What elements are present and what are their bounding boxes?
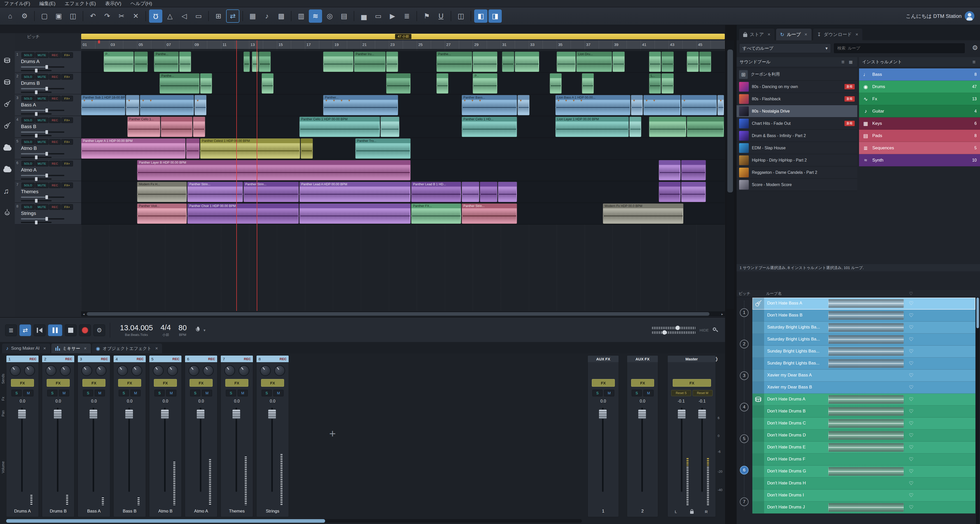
loop-item[interactable]: Don't Hate Drums G♡ bbox=[752, 465, 975, 478]
arranger-lanes[interactable]: 47 小節 0103050709111315171921232527293133… bbox=[81, 33, 725, 317]
send-knob-1[interactable] bbox=[81, 365, 92, 376]
fx-button[interactable]: FX+ bbox=[61, 74, 73, 80]
channel-mute-button[interactable]: M bbox=[238, 390, 248, 397]
fader-handle[interactable] bbox=[18, 410, 26, 419]
channel-strip-header[interactable]: 7REC bbox=[221, 355, 253, 362]
channel-rec-label[interactable]: REC bbox=[208, 357, 215, 361]
audio-clip[interactable]: Panther Cello 1... bbox=[127, 117, 161, 137]
send-knob-1[interactable] bbox=[189, 365, 199, 376]
rec-button[interactable]: REC bbox=[49, 139, 61, 145]
audio-clip[interactable]: ▼ bbox=[718, 95, 724, 115]
channel-mute-button[interactable]: M bbox=[23, 390, 33, 397]
audio-clip[interactable]: ▼▼ bbox=[140, 95, 194, 115]
menu-help[interactable]: ヘルプ(H) bbox=[130, 0, 152, 7]
channel-fx-button[interactable]: FX bbox=[11, 379, 34, 387]
toolbox-button[interactable]: ⊞ bbox=[212, 10, 225, 23]
audio-clip[interactable] bbox=[480, 182, 497, 202]
soundpool-item[interactable]: Chart Hits - Fade Out新着 bbox=[737, 118, 857, 130]
pan-knob[interactable] bbox=[35, 177, 38, 181]
channel-fx-button[interactable]: FX bbox=[225, 379, 248, 387]
favorite-icon[interactable]: ♡ bbox=[909, 480, 913, 486]
close-icon[interactable]: ✕ bbox=[155, 346, 158, 350]
audio-clip[interactable] bbox=[550, 73, 562, 94]
mute-button[interactable]: MUTE bbox=[35, 52, 48, 58]
audio-clip[interactable] bbox=[687, 51, 699, 72]
channel-fx-button[interactable]: FX bbox=[261, 379, 284, 387]
audio-clip[interactable]: Panthe... bbox=[436, 51, 472, 72]
loop-item[interactable]: Don't Hate Drums H♡ bbox=[752, 478, 975, 489]
audio-clip[interactable]: Panther Layer B HDP 00.00 BPM bbox=[137, 160, 410, 180]
audio-clip[interactable]: Panther Strin... bbox=[462, 204, 517, 224]
audio-clip[interactable] bbox=[161, 117, 192, 137]
close-icon[interactable]: ✕ bbox=[804, 32, 808, 37]
favorite-icon[interactable]: ♡ bbox=[909, 396, 913, 402]
channel-mute-button[interactable]: M bbox=[202, 390, 212, 397]
tab-store[interactable]: ストア✕ bbox=[739, 29, 775, 40]
favorite-icon[interactable]: ♡ bbox=[909, 444, 913, 450]
pattern-button[interactable]: ▩ bbox=[275, 10, 288, 23]
audio-clip[interactable]: Panther Choir 1 HDP 00.00 BPM bbox=[187, 204, 299, 224]
track-lane[interactable]: Panthe...P...L... bbox=[81, 73, 725, 94]
loop-item[interactable]: Don't Hate Drums D♡ bbox=[752, 430, 975, 441]
solo-button[interactable]: SOLO bbox=[21, 204, 35, 210]
favorite-icon[interactable]: ♡ bbox=[909, 312, 913, 318]
tab-オブジェクトエフェクト[interactable]: ◉オブジェクトエフェクト✕ bbox=[92, 344, 162, 353]
scroll-right-icon[interactable]: ▸ bbox=[720, 311, 725, 317]
audio-clip[interactable]: ▼▼ bbox=[643, 95, 681, 115]
aux-mute-button[interactable]: M bbox=[604, 390, 614, 397]
favorite-icon[interactable]: ♡ bbox=[909, 468, 913, 474]
timeline-ruler[interactable]: 0103050709111315171921232527293133353739… bbox=[81, 40, 725, 49]
rec-button[interactable]: REC bbox=[49, 118, 61, 123]
audio-clip[interactable] bbox=[473, 51, 497, 72]
pan-knob[interactable] bbox=[35, 112, 38, 116]
audio-clip[interactable] bbox=[502, 51, 514, 72]
open-project-button[interactable]: ▣ bbox=[52, 10, 65, 23]
channel-mute-button[interactable]: M bbox=[273, 390, 283, 397]
mute-button[interactable]: MUTE bbox=[35, 96, 48, 101]
volume-slider[interactable] bbox=[21, 66, 64, 68]
channel-fx-button[interactable]: FX bbox=[83, 379, 105, 387]
audio-clip[interactable]: ▼ bbox=[517, 95, 530, 115]
audio-clip[interactable] bbox=[659, 160, 681, 180]
equalizer-button[interactable]: ≋ bbox=[309, 10, 322, 23]
audio-clip[interactable] bbox=[323, 51, 353, 72]
playlist-button[interactable]: ≣ bbox=[400, 10, 414, 23]
favorite-icon[interactable]: ♡ bbox=[909, 432, 913, 438]
loop-item[interactable]: Don't Hate Drums C♡ bbox=[752, 417, 975, 430]
solo-button[interactable]: SOLO bbox=[21, 96, 35, 101]
audio-clip[interactable] bbox=[436, 73, 449, 94]
loop-item[interactable]: Sunday Bright Lights Bas...♡ bbox=[752, 346, 975, 358]
loop-item[interactable]: Don't Hate Drums B♡ bbox=[752, 406, 975, 417]
loop-item[interactable]: Don't Hate Drums E♡ bbox=[752, 441, 975, 454]
volume-knob[interactable] bbox=[45, 217, 48, 221]
volume-slider[interactable] bbox=[21, 196, 64, 198]
pitch-button[interactable]: 4 bbox=[740, 403, 749, 411]
audio-clip[interactable]: Modern Fx HDP 00.0 BPM bbox=[603, 204, 683, 224]
audio-clip[interactable]: L... bbox=[649, 73, 661, 94]
favorite-icon[interactable]: ♡ bbox=[909, 336, 913, 342]
fx-button[interactable]: FX+ bbox=[61, 204, 73, 210]
send-knob-2[interactable] bbox=[24, 365, 35, 376]
pan-slider[interactable] bbox=[21, 135, 52, 136]
fx-button[interactable]: FX+ bbox=[61, 183, 73, 188]
send-knob-2[interactable] bbox=[167, 365, 178, 376]
track-header[interactable]: 3Bass ASOLOMUTERECFX+ bbox=[15, 94, 81, 116]
volume-knob[interactable] bbox=[45, 130, 48, 134]
fader-handle[interactable] bbox=[678, 410, 686, 419]
audio-clip[interactable]: Panther FX... bbox=[411, 204, 461, 224]
loop-playback-button[interactable]: ⇄ bbox=[19, 324, 31, 336]
volume-knob[interactable] bbox=[45, 174, 48, 177]
soundpool-item[interactable]: 80s - Nostalgia Drive bbox=[737, 105, 857, 118]
pitch-button[interactable]: 5 bbox=[740, 435, 749, 443]
aux-fx-button[interactable]: FX bbox=[592, 379, 615, 387]
soundpool-item[interactable]: EDM - Slap House bbox=[737, 142, 857, 154]
send-knob-2[interactable] bbox=[96, 365, 107, 376]
audio-clip[interactable]: ▼ bbox=[126, 95, 139, 115]
pan-knob[interactable] bbox=[35, 199, 38, 203]
loops-scroll-thumb[interactable] bbox=[977, 298, 979, 328]
pan-slider[interactable] bbox=[21, 222, 52, 223]
channel-fx-button[interactable]: FX bbox=[154, 379, 177, 387]
loops-scrollbar[interactable] bbox=[976, 298, 980, 524]
fader-handle[interactable] bbox=[232, 410, 240, 419]
audio-clip[interactable] bbox=[681, 182, 706, 202]
